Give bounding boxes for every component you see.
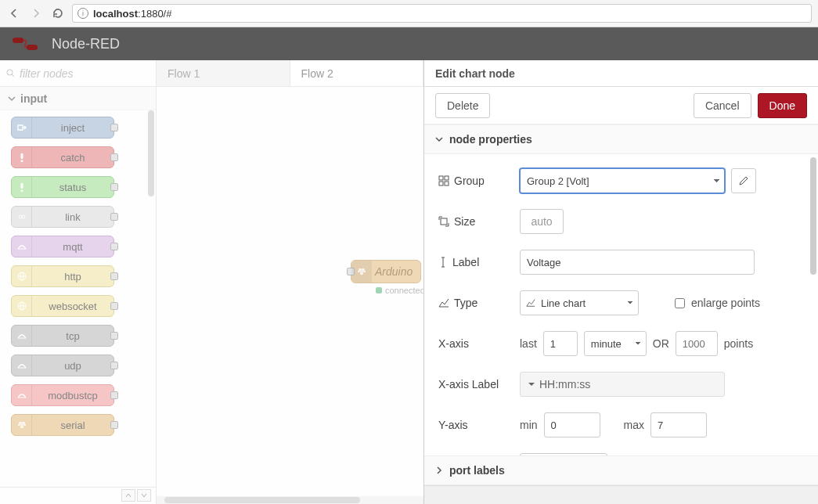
output-port xyxy=(110,183,118,191)
size-label: Size xyxy=(438,215,514,228)
palette-node-link[interactable]: link xyxy=(11,206,114,228)
palette-node-tcp[interactable]: tcp xyxy=(11,325,114,347)
palette-node-status[interactable]: status xyxy=(11,176,114,198)
output-port xyxy=(110,153,118,161)
reload-button[interactable] xyxy=(50,5,66,21)
chevron-down-icon xyxy=(8,95,16,103)
canvas-node-arduino[interactable]: Arduino xyxy=(351,260,421,283)
forward-button[interactable] xyxy=(28,5,44,21)
pencil-icon xyxy=(738,175,749,186)
section-node-properties[interactable]: node properties xyxy=(424,124,818,154)
row-group: Group Group 2 [Volt] xyxy=(438,165,804,196)
palette-node-serial[interactable]: serial xyxy=(11,414,114,436)
output-port xyxy=(110,213,118,221)
output-port xyxy=(110,391,118,399)
arrow-right-icon xyxy=(30,7,42,20)
tray-title: Edit chart node xyxy=(424,60,818,87)
xaxis-label-select[interactable]: HH:mm:ss xyxy=(520,372,725,397)
url-text: localhost:1880/# xyxy=(93,8,171,20)
svg-rect-5 xyxy=(20,160,23,163)
section-port-labels[interactable]: port labels xyxy=(424,455,818,485)
text-cursor-icon xyxy=(438,257,448,268)
palette-sidebar: filter nodes input inject catch status l… xyxy=(0,60,157,504)
canvas-area: Flow 1 Flow 2 Arduino connected xyxy=(157,60,423,504)
cancel-button[interactable]: Cancel xyxy=(694,93,751,118)
palette-node-inject[interactable]: inject xyxy=(11,117,114,139)
palette-node-udp[interactable]: udp xyxy=(11,355,114,376)
inject-icon xyxy=(12,117,32,138)
svg-rect-1 xyxy=(27,45,38,50)
palette-node-mqtt[interactable]: mqtt xyxy=(11,236,114,257)
svg-rect-4 xyxy=(20,153,23,159)
label-label: Label xyxy=(438,256,514,268)
xaxis-count-input[interactable] xyxy=(543,331,578,356)
output-port xyxy=(110,302,118,310)
type-select[interactable]: Line chart xyxy=(520,290,639,315)
output-port xyxy=(110,124,118,131)
palette-node-catch[interactable]: catch xyxy=(11,146,114,168)
scrollbar-thumb[interactable] xyxy=(164,497,360,503)
svg-rect-20 xyxy=(439,176,443,180)
palette-expand-button[interactable] xyxy=(137,489,151,502)
serial-icon xyxy=(12,415,32,435)
palette-node-modbustcp[interactable]: modbustcp xyxy=(11,384,114,406)
caret-down-icon xyxy=(528,381,535,387)
chevron-up-icon xyxy=(125,492,132,499)
enlarge-points-checkbox[interactable] xyxy=(675,298,685,308)
address-bar[interactable]: i localhost:1880/# xyxy=(72,4,812,23)
alert-icon xyxy=(12,147,32,167)
edit-group-button[interactable] xyxy=(731,168,756,193)
output-port xyxy=(110,272,118,280)
xaxis-unit-select[interactable]: minute xyxy=(584,331,647,356)
site-info-icon[interactable]: i xyxy=(77,8,88,19)
bridge-icon xyxy=(12,385,32,405)
palette-collapse-button[interactable] xyxy=(121,489,135,502)
flow-canvas[interactable]: Arduino connected xyxy=(157,87,423,504)
palette-node-list: inject catch status link mqtt http webso… xyxy=(0,110,156,487)
palette-scrollbar[interactable] xyxy=(148,110,154,196)
xaxis-points-input[interactable] xyxy=(676,331,718,356)
svg-rect-22 xyxy=(439,182,443,185)
globe-icon xyxy=(12,296,32,316)
line-chart-icon xyxy=(438,297,449,308)
svg-point-9 xyxy=(22,215,25,218)
svg-rect-21 xyxy=(445,176,449,180)
globe-icon xyxy=(12,266,32,286)
yaxis-max-input[interactable] xyxy=(650,412,707,437)
svg-rect-0 xyxy=(13,38,23,43)
flow-tabs: Flow 1 Flow 2 xyxy=(157,60,423,87)
bridge-icon xyxy=(12,355,32,376)
legend-select[interactable]: None xyxy=(520,453,607,455)
grid-icon xyxy=(438,175,449,186)
delete-button[interactable]: Delete xyxy=(435,93,490,118)
tab-flow-1[interactable]: Flow 1 xyxy=(157,60,290,86)
expand-icon xyxy=(438,216,449,227)
done-button[interactable]: Done xyxy=(758,93,807,118)
row-xaxis: X-axis last minute OR points xyxy=(438,328,804,359)
filter-nodes-input[interactable]: filter nodes xyxy=(0,60,156,87)
tray-actions: Delete Cancel Done xyxy=(424,87,818,124)
workspace: filter nodes input inject catch status l… xyxy=(0,60,818,504)
tray-body: Group Group 2 [Volt] Size auto xyxy=(424,154,818,455)
canvas-h-scrollbar[interactable] xyxy=(157,496,423,504)
palette-node-http[interactable]: http xyxy=(11,265,114,287)
size-button[interactable]: auto xyxy=(520,209,564,234)
xaxislabel-label: X-axis Label xyxy=(438,378,514,391)
yaxis-min-input[interactable] xyxy=(544,412,600,437)
palette-category-input[interactable]: input xyxy=(0,87,156,110)
palette-node-websocket[interactable]: websocket xyxy=(11,295,114,317)
group-select[interactable]: Group 2 [Volt] xyxy=(520,168,725,193)
filter-placeholder: filter nodes xyxy=(20,67,73,80)
label-input[interactable] xyxy=(520,250,755,275)
back-button[interactable] xyxy=(6,5,22,21)
tab-flow-2[interactable]: Flow 2 xyxy=(290,60,424,86)
yaxis-label: Y-axis xyxy=(438,419,514,431)
tray-scrollbar[interactable] xyxy=(810,157,816,275)
app-title: Node-RED xyxy=(52,36,120,52)
row-xaxis-label: X-axis Label HH:mm:ss xyxy=(438,369,804,400)
output-port xyxy=(110,362,118,369)
edit-tray: Edit chart node Delete Cancel Done node … xyxy=(423,60,818,504)
output-port xyxy=(110,421,118,429)
enlarge-points-label: enlarge points xyxy=(691,297,760,309)
row-legend: Legend None Interpolate xyxy=(438,450,804,455)
